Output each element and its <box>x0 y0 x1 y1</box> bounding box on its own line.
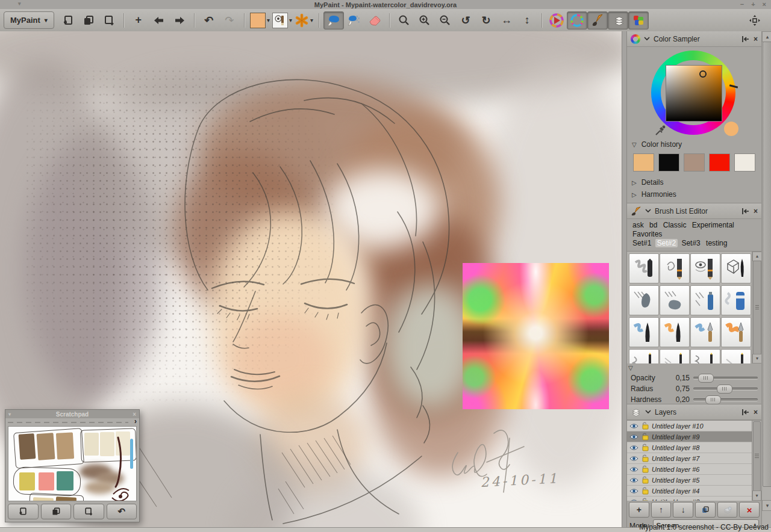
brush-group-tab[interactable]: ask <box>631 221 646 229</box>
brush-item[interactable] <box>629 317 659 347</box>
chevron-down-icon[interactable]: ▾ <box>8 412 11 417</box>
toolbar-drag-handle[interactable] <box>744 11 765 29</box>
current-color-dot[interactable] <box>724 122 738 136</box>
zoom-out-button[interactable] <box>435 11 455 29</box>
slider-expander-icon[interactable]: ▽ <box>627 363 761 371</box>
visibility-eye-icon[interactable] <box>629 456 638 462</box>
flip-vertical-button[interactable]: ↕ <box>517 11 537 29</box>
lock-open-icon[interactable] <box>641 465 649 473</box>
brush-item[interactable] <box>721 349 751 363</box>
brush-preview-button[interactable]: ▾ <box>272 13 292 28</box>
chevron-down-icon[interactable]: ▾ <box>267 17 270 23</box>
redo-button[interactable]: ↷ <box>219 11 240 29</box>
slider-handle[interactable] <box>705 395 721 404</box>
scrollbar-thumb[interactable] <box>753 261 761 354</box>
opacity-slider[interactable] <box>693 377 758 379</box>
undo-button[interactable]: ↶ <box>199 11 219 29</box>
duplicate-layer-button[interactable] <box>695 502 716 518</box>
slider-handle[interactable] <box>717 385 732 394</box>
harmonies-expander[interactable]: ▷ Harmonies <box>627 188 761 200</box>
brush-item[interactable] <box>690 285 720 315</box>
history-swatch[interactable] <box>709 153 730 172</box>
scrollbar-thumb[interactable] <box>753 421 761 491</box>
brush-group-tab[interactable]: Set#1 <box>631 239 653 247</box>
new-window-button[interactable] <box>58 11 78 29</box>
brush-panel-button[interactable] <box>587 11 608 29</box>
add-button[interactable]: + <box>128 11 149 29</box>
duplicate-window-button[interactable] <box>78 11 99 29</box>
panel-close-icon[interactable]: × <box>754 408 758 416</box>
sidebar-scrollbar[interactable]: ▴ ▾ <box>761 31 771 528</box>
brush-item[interactable] <box>721 253 751 283</box>
lock-open-icon[interactable] <box>641 476 649 484</box>
next-button[interactable] <box>169 11 190 29</box>
details-expander[interactable]: ▷ Details <box>627 176 761 188</box>
brush-star-button[interactable]: ▾ <box>295 13 313 28</box>
brush-item[interactable] <box>721 317 751 347</box>
saturation-value-square[interactable] <box>666 65 722 122</box>
paint-tool-button[interactable] <box>323 11 344 29</box>
brush-group-tab[interactable]: Set#3 <box>679 239 702 247</box>
brush-item[interactable] <box>660 317 690 347</box>
flip-horizontal-button[interactable]: ↔ <box>496 11 517 29</box>
panel-close-icon[interactable]: × <box>754 35 758 43</box>
layers-panel-button[interactable] <box>608 11 628 29</box>
chevron-down-icon[interactable] <box>645 209 651 213</box>
visibility-eye-icon[interactable] <box>629 434 638 440</box>
raise-layer-button[interactable]: ↑ <box>651 502 672 518</box>
scroll-down-icon[interactable]: ▾ <box>762 500 771 511</box>
visibility-eye-icon[interactable] <box>629 466 638 472</box>
history-swatch[interactable] <box>684 153 705 172</box>
maximize-button[interactable]: + <box>751 0 755 9</box>
slider-handle[interactable] <box>698 374 714 383</box>
close-button[interactable]: × <box>763 0 766 9</box>
smudge-tool-button[interactable] <box>344 11 364 29</box>
lock-open-icon[interactable] <box>641 422 649 430</box>
layer-row[interactable]: Untitled layer #5 <box>627 475 752 486</box>
canvas[interactable]: 24-10-11 ▾ Scratchpad × › <box>0 31 622 528</box>
brush-preview-thumbnail[interactable] <box>272 13 288 28</box>
current-color-swatch[interactable] <box>250 13 266 28</box>
lock-open-icon[interactable] <box>641 454 649 462</box>
scroll-up-icon[interactable]: ▴ <box>762 31 771 42</box>
lower-layer-button[interactable]: ↓ <box>673 502 693 518</box>
brush-group-tab-selected[interactable]: Set#2 <box>655 239 678 247</box>
color-swatch-button[interactable]: ▾ <box>250 13 270 28</box>
scratchpad-title-bar[interactable]: ▾ Scratchpad × <box>5 410 139 418</box>
scratchpad-duplicate-button[interactable] <box>41 504 72 519</box>
hardness-slider[interactable] <box>693 398 758 401</box>
dock-icon[interactable] <box>741 409 750 416</box>
brush-group-tab[interactable]: testing <box>704 239 729 247</box>
brush-item[interactable] <box>660 253 690 283</box>
eyedropper-icon[interactable] <box>655 125 666 136</box>
color-history-expander[interactable]: ▽ Color history <box>627 138 761 150</box>
layer-row-selected[interactable]: Untitled layer #9 <box>627 431 752 442</box>
title-bar[interactable]: ▾ MyPaint - Mypaint-watercolor_davidrevo… <box>0 0 771 9</box>
layer-row[interactable]: Untitled layer #8 <box>627 442 752 453</box>
layers-scrollbar[interactable]: ▾ <box>752 421 761 501</box>
visibility-eye-icon[interactable] <box>629 477 638 483</box>
brush-item[interactable] <box>629 349 659 363</box>
scratchpad-canvas[interactable] <box>8 426 137 501</box>
layer-row[interactable]: Untitled layer #7 <box>627 453 752 464</box>
minimize-button[interactable]: − <box>740 0 744 9</box>
brush-item[interactable] <box>660 349 690 363</box>
brush-grid-scrollbar[interactable]: ▴ ▾ <box>752 252 761 363</box>
delete-layer-button[interactable]: × <box>739 502 760 518</box>
pick-zoom-button[interactable] <box>394 11 414 29</box>
radius-slider[interactable] <box>693 388 758 390</box>
scratchpad-collapse-row[interactable]: › <box>5 418 139 426</box>
scroll-down-icon[interactable]: ▾ <box>752 354 761 363</box>
color-sampler-header[interactable]: Color Sampler × <box>627 31 761 47</box>
scratchpad-undo-button[interactable]: ↶ <box>107 504 137 519</box>
brush-item[interactable] <box>629 285 659 315</box>
scratchpad-close-icon[interactable]: × <box>133 411 136 418</box>
scrollbar-thumb[interactable] <box>763 42 771 487</box>
mypaint-menu-button[interactable]: MyPaint ▾ <box>4 11 54 29</box>
panel-close-icon[interactable]: × <box>754 207 758 215</box>
layer-row[interactable]: Untitled layer #3 <box>627 496 752 501</box>
history-swatch[interactable] <box>734 153 755 172</box>
previous-button[interactable] <box>149 11 169 29</box>
dock-icon[interactable] <box>741 208 750 215</box>
color-ring-button[interactable] <box>567 11 587 29</box>
